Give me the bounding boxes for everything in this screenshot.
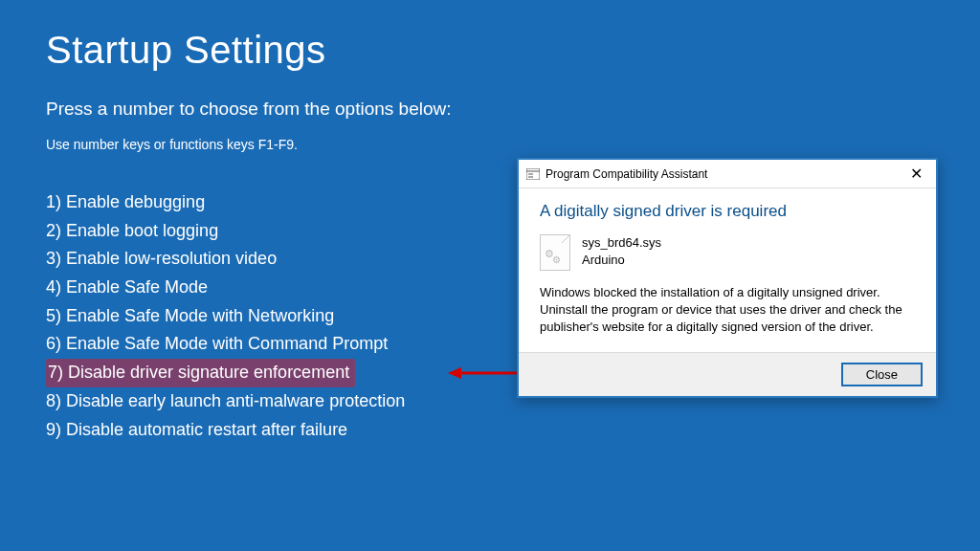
svg-marker-1 [448,367,461,379]
compatibility-dialog: Program Compatibility Assistant ✕ A digi… [517,158,938,398]
dialog-title: Program Compatibility Assistant [546,167,707,181]
dialog-body: A digitally signed driver is required ⚙ … [519,188,936,352]
option-8[interactable]: 8) Disable early launch anti-malware pro… [46,387,405,416]
close-icon[interactable]: ✕ [904,164,928,184]
hint-text: Use number keys or functions keys F1-F9. [0,120,980,152]
option-2[interactable]: 2) Enable boot logging [46,217,218,246]
option-5[interactable]: 5) Enable Safe Mode with Networking [46,302,334,331]
option-3[interactable]: 3) Enable low-resolution video [46,245,277,274]
dialog-heading: A digitally signed driver is required [540,202,915,221]
file-row: ⚙ ⚙ sys_brd64.sys Arduino [540,234,915,271]
subtitle: Press a number to choose from the option… [0,72,980,120]
file-icon: ⚙ ⚙ [540,234,570,271]
option-1[interactable]: 1) Enable debugging [46,188,205,217]
option-9[interactable]: 9) Disable automatic restart after failu… [46,416,347,445]
file-vendor: Arduino [582,252,661,269]
option-7-highlighted[interactable]: 7) Disable driver signature enforcement [46,359,355,387]
arrow-icon [448,366,523,380]
program-icon [526,168,540,180]
dialog-footer: Close [519,352,936,396]
option-4[interactable]: 4) Enable Safe Mode [46,274,208,302]
dialog-titlebar[interactable]: Program Compatibility Assistant ✕ [519,160,936,188]
dialog-message: Windows blocked the installation of a di… [540,284,915,337]
file-name: sys_brd64.sys [582,234,661,252]
option-6[interactable]: 6) Enable Safe Mode with Command Prompt [46,330,388,359]
page-title: Startup Settings [0,0,980,72]
gear-icon: ⚙ [552,254,561,265]
close-button[interactable]: Close [841,363,923,386]
file-info: sys_brd64.sys Arduino [582,234,661,268]
